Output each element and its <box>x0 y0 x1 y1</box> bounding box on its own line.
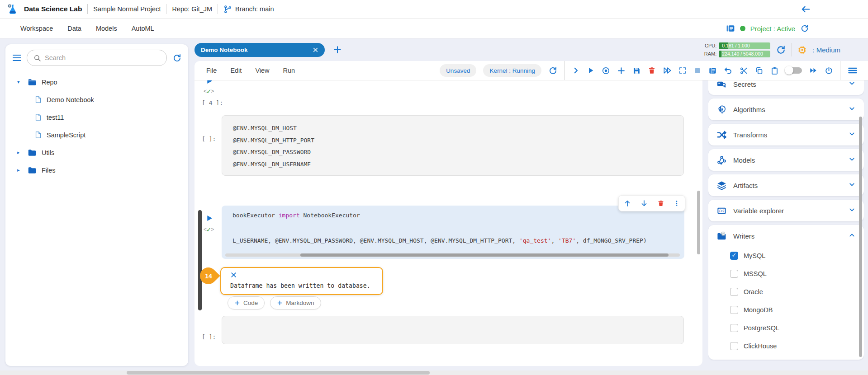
menu-run[interactable]: Run <box>283 67 295 74</box>
branch-indicator: Branch: main <box>223 5 274 14</box>
console-log-icon[interactable] <box>708 66 717 75</box>
tree-label[interactable]: test11 <box>47 114 64 121</box>
chevron-down-icon[interactable] <box>848 80 856 89</box>
menu-file[interactable]: File <box>206 67 217 74</box>
delete-cell-trash-icon[interactable] <box>657 200 664 207</box>
writer-option-clickhouse[interactable]: ClickHouse <box>730 337 856 355</box>
writer-option-oracle[interactable]: Oracle <box>730 283 856 301</box>
tree-folder-files[interactable]: ▸ Files <box>5 161 188 179</box>
search-input[interactable] <box>45 54 160 61</box>
project-refresh-icon[interactable] <box>800 24 809 33</box>
kernel-status-badge[interactable]: Kernel : Running <box>483 64 541 77</box>
workspace-area: ▾ Repo Demo Notebook test11 SampleScript <box>0 38 868 375</box>
file-icon <box>34 113 42 121</box>
secrets-icon <box>716 80 727 89</box>
menu-edit[interactable]: Edit <box>230 67 242 74</box>
checkbox-unchecked[interactable] <box>730 342 738 350</box>
tree-label[interactable]: Demo Notebook <box>47 96 94 103</box>
run-cell-play-icon[interactable] <box>206 80 213 84</box>
record-target-icon[interactable] <box>602 66 610 75</box>
tab-demo-notebook[interactable]: Demo Notebook <box>194 43 325 57</box>
code-cell-writer[interactable]: bookExecutor import NotebookExecutor L_U… <box>222 206 684 259</box>
tree-folder-repo[interactable]: ▾ Repo <box>5 73 188 91</box>
caret-right-icon[interactable]: ▸ <box>17 167 23 173</box>
toolbar-menu-icon[interactable] <box>847 65 858 76</box>
header-divider <box>218 4 218 14</box>
chevron-down-icon[interactable] <box>848 155 856 165</box>
project-logs-icon[interactable] <box>726 24 735 33</box>
add-cell-plus-icon[interactable] <box>617 66 626 75</box>
caret-right-icon[interactable]: ▸ <box>17 150 23 155</box>
writer-option-postgresql[interactable]: PostgreSQL <box>730 319 856 337</box>
add-markdown-button[interactable]: Markdown <box>270 296 321 309</box>
checkbox-unchecked[interactable] <box>730 270 738 278</box>
tree-label[interactable]: Utils <box>42 149 54 156</box>
popover-close-icon[interactable] <box>230 272 237 278</box>
skip-forward-icon[interactable] <box>809 66 818 75</box>
tree-folder-utils[interactable]: ▸ Utils <box>5 144 188 161</box>
chevron-down-icon[interactable] <box>848 181 856 190</box>
code-cell-empty[interactable] <box>222 316 684 344</box>
file-icon <box>34 131 42 139</box>
undo-icon[interactable] <box>724 66 733 75</box>
writer-option-mysql[interactable]: MySQL <box>730 247 856 265</box>
cell-horizontal-scrollbar[interactable] <box>225 253 680 257</box>
sidebar-refresh-icon[interactable] <box>172 53 182 63</box>
toolbar-divider <box>840 61 840 80</box>
power-shutdown-icon[interactable] <box>825 66 833 75</box>
run-all-icon[interactable] <box>663 66 672 75</box>
resources-refresh-icon[interactable] <box>776 45 786 55</box>
save-icon[interactable] <box>632 66 641 75</box>
kernel-refresh-icon[interactable] <box>548 66 558 75</box>
checkbox-unchecked[interactable] <box>730 324 738 332</box>
menu-view[interactable]: View <box>255 67 269 74</box>
chevron-down-icon[interactable] <box>848 105 856 114</box>
nav-tab-automl[interactable]: AutoML <box>132 25 154 32</box>
tree-file-test11[interactable]: test11 <box>5 108 188 126</box>
models-molecule-icon <box>716 155 727 165</box>
checkbox-unchecked[interactable] <box>730 288 738 296</box>
fullscreen-icon[interactable] <box>678 66 687 75</box>
tab-close-icon[interactable] <box>313 47 318 53</box>
tree-file-demo-notebook[interactable]: Demo Notebook <box>5 91 188 108</box>
play-icon[interactable] <box>587 66 595 75</box>
chevron-up-icon[interactable] <box>848 231 856 241</box>
nav-tab-workspace[interactable]: Workspace <box>20 25 53 32</box>
cell-more-kebab-icon[interactable] <box>673 200 680 207</box>
copy-icon[interactable] <box>755 66 764 75</box>
writer-option-mongodb[interactable]: MongoDB <box>730 301 856 319</box>
delete-trash-icon[interactable] <box>648 66 656 75</box>
toolbar-toggle-switch[interactable] <box>786 67 802 74</box>
chevron-down-icon[interactable] <box>848 130 856 140</box>
nav-tab-models[interactable]: Models <box>96 25 117 32</box>
move-cell-down-icon[interactable] <box>640 199 648 207</box>
cut-scissors-icon[interactable] <box>740 66 748 75</box>
writer-option-mssql[interactable]: MSSQL <box>730 265 856 283</box>
tree-label[interactable]: Files <box>42 167 56 174</box>
sidebar-menu-icon[interactable] <box>13 55 21 61</box>
page-horizontal-scrollbar[interactable] <box>0 370 868 375</box>
scrollbar-thumb[interactable] <box>127 371 430 375</box>
notebook-vertical-scrollbar[interactable] <box>697 191 700 254</box>
run-cell-chevron-icon[interactable] <box>572 66 580 75</box>
paste-clipboard-icon[interactable] <box>770 66 779 75</box>
add-code-button[interactable]: Code <box>228 296 265 309</box>
right-panel-scrollbar[interactable] <box>859 117 862 357</box>
checkbox-unchecked[interactable] <box>730 306 738 314</box>
caret-down-icon[interactable]: ▾ <box>17 79 23 85</box>
move-cell-up-icon[interactable] <box>623 199 631 207</box>
new-tab-plus-icon[interactable] <box>333 45 342 54</box>
scrollbar-thumb[interactable] <box>300 253 669 257</box>
repo-label: Repo: Git_JM <box>172 5 212 13</box>
tree-label[interactable]: SampleScript <box>47 131 85 139</box>
checkbox-checked[interactable] <box>730 252 738 260</box>
run-cell-play-icon[interactable] <box>206 215 213 222</box>
back-arrow-icon[interactable] <box>801 4 811 16</box>
chevron-down-icon[interactable] <box>848 206 856 216</box>
code-cell-env-vars[interactable]: @ENV.MYSQL_DM_HOST @ENV.MYSQL_DM_HTTP_PO… <box>222 115 684 176</box>
stop-icon[interactable] <box>693 66 702 75</box>
nav-tab-data[interactable]: Data <box>67 25 81 32</box>
search-box[interactable] <box>27 50 167 66</box>
tree-file-samplescript[interactable]: SampleScript <box>5 126 188 144</box>
tree-label[interactable]: Repo <box>42 79 57 86</box>
